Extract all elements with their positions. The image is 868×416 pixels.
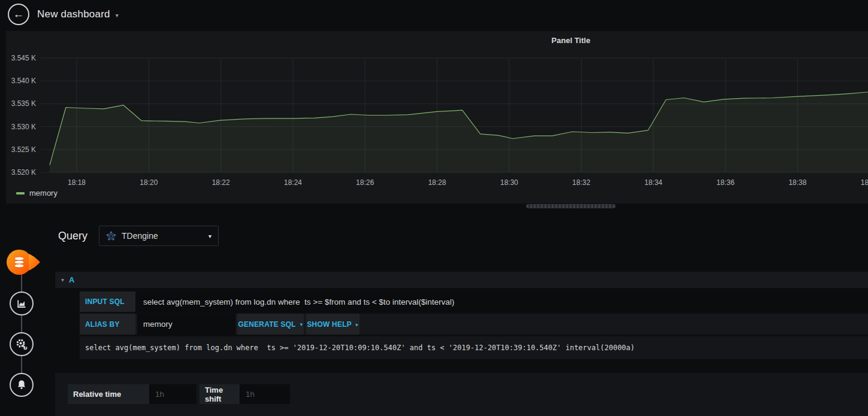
generated-sql-preview: select avg(mem_system) from log.dn where…	[80, 336, 868, 359]
grafana-panel-edit-screen: ← New dashboard ▾ 3.545 K3.540 K3.535 K3…	[0, 0, 868, 416]
svg-text:18:36: 18:36	[716, 178, 734, 187]
svg-text:18:26: 18:26	[356, 178, 374, 187]
query-ref-letter: A	[69, 275, 74, 284]
svg-text:3.520 K: 3.520 K	[11, 168, 36, 177]
bell-icon	[16, 379, 28, 391]
query-ref-row[interactable]: ▾ A	[55, 272, 868, 288]
relative-time-field[interactable]	[149, 384, 196, 404]
collapse-caret-icon: ▾	[61, 277, 64, 283]
query-section-title: Query	[58, 230, 87, 242]
datasource-name: TDengine	[122, 231, 158, 241]
generate-sql-button[interactable]: GENERATE SQL ▾	[237, 314, 304, 335]
back-button[interactable]: ←	[8, 4, 29, 25]
time-shift-field[interactable]	[240, 384, 290, 404]
dashboard-title: New dashboard	[37, 8, 110, 20]
chevron-down-icon: ▾	[300, 321, 303, 327]
graph-icon	[16, 297, 28, 309]
tab-queries-active[interactable]	[5, 248, 42, 278]
show-help-label: SHOW HELP	[307, 320, 351, 329]
query-options-section: Relative time Time shift	[55, 373, 868, 416]
svg-text:18:24: 18:24	[284, 178, 302, 187]
input-sql-label: INPUT SQL	[80, 291, 135, 312]
panel-title[interactable]: Panel Title	[552, 36, 591, 45]
generate-sql-label: GENERATE SQL	[238, 320, 296, 329]
legend-color-dash	[16, 192, 25, 195]
legend-series-label[interactable]: memory	[29, 189, 58, 198]
time-shift-label: Time shift	[199, 384, 240, 404]
tab-alert[interactable]	[10, 373, 34, 397]
chevron-down-icon: ▾	[116, 12, 119, 19]
tab-rail-connector-line	[21, 263, 22, 385]
svg-text:3.525 K: 3.525 K	[11, 145, 36, 154]
svg-text:18:18: 18:18	[68, 178, 86, 187]
time-series-chart[interactable]: 3.545 K3.540 K3.535 K3.530 K3.525 K3.520…	[6, 31, 868, 204]
alias-by-label: ALIAS BY	[80, 314, 135, 335]
queries-tab-marker	[5, 248, 42, 276]
svg-text:18:22: 18:22	[212, 178, 230, 187]
arrow-left-icon: ←	[13, 8, 25, 20]
svg-text:18:40: 18:40	[861, 178, 868, 187]
input-sql-field[interactable]	[137, 291, 868, 312]
chevron-down-icon: ▾	[208, 233, 211, 239]
tab-visualization[interactable]	[10, 291, 34, 315]
query-header: Query TDengine ▾	[58, 226, 87, 246]
svg-text:18:38: 18:38	[788, 178, 806, 187]
database-icon	[14, 257, 24, 268]
tdengine-logo-icon	[106, 231, 116, 241]
datasource-picker[interactable]: TDengine ▾	[99, 226, 219, 246]
svg-text:3.535 K: 3.535 K	[11, 99, 36, 108]
graph-panel: 3.545 K3.540 K3.535 K3.530 K3.525 K3.520…	[6, 31, 868, 204]
tab-general-settings[interactable]	[10, 332, 34, 356]
alias-by-field[interactable]	[137, 314, 235, 335]
gear-wrench-icon	[15, 338, 28, 351]
svg-text:18:34: 18:34	[645, 178, 663, 187]
chevron-right-icon: ▸	[356, 321, 359, 327]
relative-time-label: Relative time	[68, 384, 149, 404]
top-nav-bar: ← New dashboard ▾	[0, 0, 868, 29]
panel-resize-handle[interactable]	[526, 204, 616, 208]
svg-text:3.545 K: 3.545 K	[11, 54, 36, 62]
svg-text:3.530 K: 3.530 K	[11, 123, 36, 131]
svg-text:18:30: 18:30	[500, 178, 518, 187]
show-help-button[interactable]: SHOW HELP ▸	[306, 314, 359, 335]
dashboard-title-menu[interactable]: New dashboard ▾	[37, 0, 119, 29]
svg-text:18:20: 18:20	[140, 178, 158, 187]
svg-text:18:28: 18:28	[428, 178, 446, 187]
chart-legend: memory	[16, 189, 58, 198]
svg-text:18:32: 18:32	[572, 178, 590, 187]
svg-text:3.540 K: 3.540 K	[11, 77, 36, 85]
